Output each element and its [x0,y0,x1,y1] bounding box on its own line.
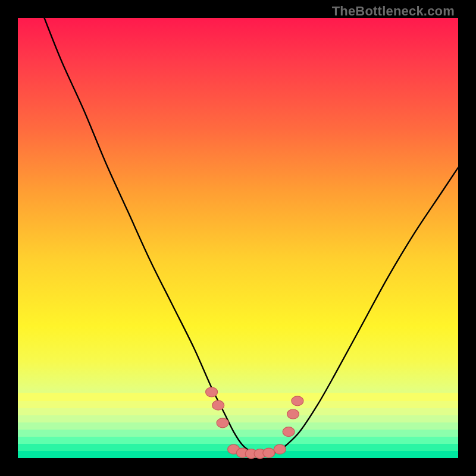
curve-markers [206,387,303,459]
curve-marker [287,409,299,419]
bottleneck-curve [44,18,458,454]
curve-marker [292,396,303,406]
curve-marker [212,400,224,410]
curve-marker [206,387,218,397]
curve-layer [18,18,458,458]
chart-frame: TheBottleneck.com [0,0,476,476]
watermark-text: TheBottleneck.com [332,4,455,19]
plot-area [18,18,458,458]
curve-marker [274,444,286,454]
curve-marker [283,427,295,437]
curve-marker [263,448,275,458]
curve-marker [217,418,228,428]
